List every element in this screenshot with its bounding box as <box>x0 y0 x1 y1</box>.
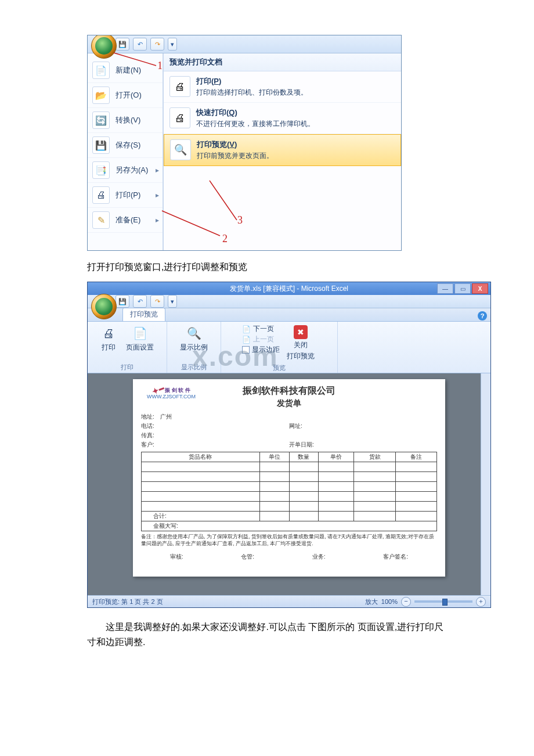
ribbon-next-page[interactable]: 📄下一页 <box>242 324 280 334</box>
th-price: 单价 <box>319 452 354 462</box>
qat-undo-icon[interactable]: ↶ <box>133 295 147 308</box>
ribbon-close-preview-button[interactable]: ✖ 关闭 打印预览 <box>284 324 317 362</box>
save-as-icon: 📑 <box>92 161 110 179</box>
menu-save-as[interactable]: 📑另存为(A) <box>88 158 163 183</box>
ribbon-group-name: 预览 <box>273 363 286 372</box>
tab-print-preview[interactable]: 打印预览 <box>122 308 165 321</box>
menu-label: 转换(V) <box>116 115 140 125</box>
quick-access-toolbar: 💾 ↶ ↷ ▾ <box>88 295 490 308</box>
ribbon-label: 下一页 <box>253 324 274 334</box>
print-preview-icon: 🔍 <box>170 139 191 160</box>
menu-new[interactable]: 📄新建(N) <box>88 58 163 83</box>
invoice-subtitle: 发货单 <box>243 398 335 409</box>
invoice-table: 货品名称 单位 数量 单价 货款 备注 合计: 金额大写: <box>141 452 437 531</box>
table-row-caps: 金额大写: <box>142 521 437 531</box>
ribbon-tabs: 打印预览 <box>88 308 490 322</box>
new-file-icon: 📄 <box>92 62 110 79</box>
print-preview-window-screenshot: 发货单.xls [兼容模式] - Microsoft Excel — ▭ X 💾… <box>87 282 491 608</box>
table-row <box>142 462 437 472</box>
menu-label: 准备(E) <box>116 215 140 225</box>
ribbon-label: 打印预览 <box>287 351 315 361</box>
print-icon: 🖨 <box>92 186 110 204</box>
table-row <box>142 472 437 482</box>
menu-save[interactable]: 💾保存(S) <box>88 133 163 158</box>
submenu-title: 快速打印(Q) <box>196 107 315 118</box>
th-amount: 货款 <box>354 452 395 462</box>
submenu-print-preview[interactable]: 🔍 打印预览(V) 打印前预览并更改页面。 <box>164 134 401 166</box>
save-icon: 💾 <box>92 136 110 154</box>
window-close-button[interactable]: X <box>472 283 488 294</box>
table-row-sum: 合计: <box>142 512 437 521</box>
th-product: 货品名称 <box>142 452 260 462</box>
caption-1: 打开打印预览窗口,进行打印调整和预览 <box>87 261 511 273</box>
submenu-quick-print[interactable]: 🖨 快速打印(Q) 不进行任何更改，直接将工作簿印机。 <box>164 103 401 134</box>
ribbon-label: 页面设置 <box>126 343 154 352</box>
ribbon-label: 关闭 <box>294 340 308 350</box>
close-icon: ✖ <box>294 325 308 339</box>
window-maximize-button[interactable]: ▭ <box>454 283 471 294</box>
window-minimize-button[interactable]: — <box>437 283 453 294</box>
quick-print-icon: 🖨 <box>169 107 190 128</box>
status-bar: 打印预览: 第 1 页 共 2 页 放大 100% − ＋ <box>88 595 490 607</box>
page-prev-icon: 📄 <box>242 336 251 344</box>
qat-undo-icon[interactable]: ↶ <box>133 38 147 51</box>
zoom-in-button[interactable]: ＋ <box>476 597 486 607</box>
open-file-icon: 📂 <box>92 87 110 104</box>
preview-canvas: ✦━振 剑 软 件 WWW.ZJSOFT.COM 振剑软件科技有限公司 发货单 … <box>88 373 490 600</box>
zoom-controls: 放大 100% − ＋ <box>365 597 486 607</box>
zoom-label: 放大 <box>365 597 378 606</box>
menu-print[interactable]: 🖨打印(P) <box>88 183 163 208</box>
convert-icon: 🔄 <box>92 111 110 129</box>
signature-row: 审核: 仓管: 业务: 客户签名: <box>141 553 437 561</box>
page-setup-icon: 📄 <box>132 325 148 341</box>
qat-save-icon[interactable]: 💾 <box>116 38 129 51</box>
qat-more-icon[interactable]: ▾ <box>168 38 177 51</box>
ribbon-group-name: 打印 <box>121 363 134 372</box>
qat-redo-icon[interactable]: ↷ <box>150 295 164 308</box>
menu-label: 新建(N) <box>116 65 141 75</box>
ribbon-show-margins[interactable]: 显示边距 <box>242 345 280 355</box>
menu-convert[interactable]: 🔄转换(V) <box>88 108 163 133</box>
ribbon-zoom-button[interactable]: 🔍显示比例 <box>178 324 210 354</box>
office-button[interactable] <box>91 294 117 319</box>
submenu-print[interactable]: 🖨 打印(P) 打印前选择打印机、打印份数及项。 <box>164 71 401 103</box>
magnifier-icon: 🔍 <box>186 325 202 341</box>
ribbon-label: 打印 <box>102 343 116 352</box>
qat-redo-icon[interactable]: ↷ <box>150 38 164 51</box>
submenu-title: 打印(P) <box>196 76 308 87</box>
prepare-icon: ✎ <box>92 211 110 229</box>
qat-more-icon[interactable]: ▾ <box>168 295 177 308</box>
menu-prepare[interactable]: ✎准备(E) <box>88 208 163 233</box>
printer-icon: 🖨 <box>169 76 190 97</box>
quick-access-toolbar: 💾 ↶ ↷ ▾ <box>88 35 401 53</box>
submenu-desc: 打印前选择打印机、打印份数及项。 <box>196 88 308 98</box>
office-menu-right-panel: 预览并打印文档 🖨 打印(P) 打印前选择打印机、打印份数及项。 🖨 快速打印(… <box>164 53 401 251</box>
menu-label: 保存(S) <box>116 140 140 150</box>
office-menu-screenshot: 💾 ↶ ↷ ▾ 📄新建(N) 📂打开(O) 🔄转换(V) 💾保存(S) 📑另存为… <box>87 35 402 251</box>
zoom-slider[interactable] <box>414 600 472 603</box>
table-row <box>142 502 437 512</box>
table-row <box>142 492 437 502</box>
status-page-info: 打印预览: 第 1 页 共 2 页 <box>92 597 163 606</box>
help-icon[interactable]: ? <box>478 311 487 321</box>
ribbon-print-button[interactable]: 🖨打印 <box>98 324 119 354</box>
zoom-value: 100% <box>381 598 398 605</box>
page-next-icon: 📄 <box>242 325 251 333</box>
table-row <box>142 482 437 492</box>
vertical-scrollbar[interactable] <box>481 373 490 600</box>
submenu-desc: 不进行任何更改，直接将工作簿印机。 <box>196 119 315 129</box>
submenu-title: 打印预览(V) <box>197 139 273 150</box>
menu-open[interactable]: 📂打开(O) <box>88 83 163 108</box>
th-qty: 数量 <box>289 452 319 462</box>
checkbox-icon[interactable] <box>242 346 250 354</box>
invoice-note: 备注：感谢您使用本厂产品, 为了保障双方利益, 货到签收后如有质量或数量问题, … <box>141 534 437 547</box>
ribbon: 🖨打印 📄页面设置 打印 🔍显示比例 显示比例 📄下一页 📄上一页 显示边距 <box>88 322 490 373</box>
zoom-out-button[interactable]: − <box>401 597 411 607</box>
th-unit: 单位 <box>259 452 289 462</box>
preview-page: ✦━振 剑 软 件 WWW.ZJSOFT.COM 振剑软件科技有限公司 发货单 … <box>133 379 445 577</box>
qat-save-icon[interactable]: 💾 <box>116 295 129 308</box>
submenu-desc: 打印前预览并更改页面。 <box>197 151 273 161</box>
th-remark: 备注 <box>395 452 436 462</box>
ribbon-page-setup-button[interactable]: 📄页面设置 <box>124 324 156 354</box>
invoice-title: 振剑软件科技有限公司 <box>243 385 335 397</box>
